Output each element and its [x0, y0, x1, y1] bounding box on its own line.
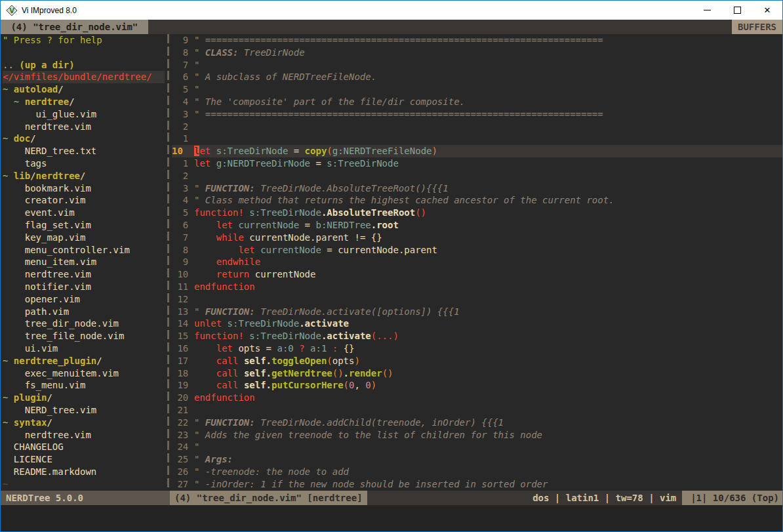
- code-line[interactable]: 27 " -inOrder: 1 if the new node should …: [172, 478, 782, 491]
- code-line[interactable]: 4 " Class method that returns the highes…: [172, 194, 782, 207]
- line-number: 14: [172, 317, 194, 330]
- syntax-segment: ,: [354, 380, 365, 390]
- tree-item[interactable]: key_map.vim: [3, 232, 165, 244]
- syntax-segment: ): [354, 356, 359, 366]
- minimize-button[interactable]: [692, 1, 722, 20]
- tree-item[interactable]: NERD_tree.txt: [3, 145, 165, 157]
- tree-item[interactable]: tree_dir_node.vim: [3, 317, 165, 330]
- syntax-segment: TreeDirNode.addChild(treenode, inOrder) …: [255, 417, 504, 428]
- command-line[interactable]: [1, 505, 782, 531]
- code-line[interactable]: 14 unlet s:TreeDirNode.activate: [172, 317, 782, 330]
- tree-item[interactable]: nerdtree.vim: [3, 429, 165, 441]
- statusline-position: |1| 10/636 (Top): [682, 491, 782, 505]
- tree-item[interactable]: nerdtree.vim: [3, 268, 165, 281]
- tree-item[interactable]: creator.vim: [3, 194, 165, 207]
- tree-item[interactable]: ui_glue.vim: [3, 108, 165, 121]
- code-line[interactable]: 3 " ====================================…: [172, 108, 782, 121]
- syntax-segment: [3, 96, 14, 107]
- tree-item[interactable]: ui.vim: [3, 342, 165, 355]
- code-line[interactable]: 8 let currentNode = currentNode.parent: [172, 244, 782, 256]
- window-separator[interactable]: [165, 34, 172, 491]
- syntax-segment: [238, 356, 243, 366]
- code-line[interactable]: 20 endfunction: [172, 392, 782, 404]
- syntax-segment: .root: [371, 220, 399, 230]
- tree-item[interactable]: ~ lib/nerdtree/: [3, 170, 165, 182]
- code-line[interactable]: 8 " CLASS: TreeDirNode: [172, 47, 782, 59]
- tree-item[interactable]: README.markdown: [3, 466, 165, 478]
- tree-item[interactable]: ~ plugin/: [3, 392, 165, 404]
- tree-item[interactable]: CHANGELOG: [3, 441, 165, 453]
- line-number: 27: [172, 478, 194, 491]
- code-line[interactable]: 16 let opts = a:0 ? a:1 : {}: [172, 342, 782, 355]
- tree-item[interactable]: ~ nerdtree_plugin/: [3, 355, 165, 367]
- code-line[interactable]: 10 return currentNode: [172, 268, 782, 281]
- code-line[interactable]: 25 " Args:: [172, 453, 782, 466]
- line-number: 12: [172, 293, 194, 306]
- tree-item[interactable]: ~ doc/: [3, 133, 165, 145]
- syntax-segment: FUNCTION:: [205, 183, 255, 194]
- tree-item[interactable]: path.vim: [3, 306, 165, 318]
- code-line[interactable]: 5 function! s:TreeDirNode.AbsoluteTreeRo…: [172, 207, 782, 219]
- syntax-segment: " ======================================…: [194, 35, 603, 45]
- code-line[interactable]: 5 ": [172, 83, 782, 96]
- code-line[interactable]: 26 " -treenode: the node to add: [172, 466, 782, 478]
- syntax-segment: nerdtree: [25, 96, 69, 107]
- code-line[interactable]: 24 ": [172, 441, 782, 453]
- tree-item[interactable]: flag_set.vim: [3, 219, 165, 232]
- tree-item[interactable]: notifier.vim: [3, 281, 165, 293]
- tree-item[interactable]: tags: [3, 157, 165, 170]
- syntax-segment: /: [47, 392, 52, 403]
- tree-item[interactable]: fs_menu.vim: [3, 379, 165, 392]
- code-line[interactable]: 19 call self.putCursorHere(0, 0): [172, 379, 782, 392]
- tree-item[interactable]: menu_controller.vim: [3, 244, 165, 256]
- maximize-button[interactable]: [722, 1, 752, 20]
- code-line[interactable]: 6 " A subclass of NERDTreeFileNode.: [172, 71, 782, 83]
- code-line[interactable]: 17 call self.toggleOpen(opts): [172, 355, 782, 367]
- tree-item[interactable]: .. (up a dir): [3, 59, 165, 72]
- code-line[interactable]: 9 " ====================================…: [172, 34, 782, 47]
- code-line[interactable]: 1: [172, 133, 782, 145]
- tree-item[interactable]: [3, 47, 165, 59]
- code-line[interactable]: 11 endfunction: [172, 281, 782, 293]
- tree-item[interactable]: LICENCE: [3, 453, 165, 466]
- code-line[interactable]: 2: [172, 170, 782, 182]
- syntax-segment: README.markdown: [3, 466, 96, 477]
- code-line[interactable]: 15 function! s:TreeDirNode.activate(...): [172, 330, 782, 342]
- code-line[interactable]: 6 let currentNode = b:NERDTree.root: [172, 219, 782, 232]
- code-line[interactable]: 3 " FUNCTION: TreeDirNode.AbsoluteTreeRo…: [172, 182, 782, 195]
- tree-item[interactable]: " Press ? for help: [3, 34, 165, 47]
- code-line[interactable]: 7 ": [172, 59, 782, 72]
- tree-item[interactable]: opener.vim: [3, 293, 165, 306]
- code-line[interactable]: 21: [172, 404, 782, 417]
- tree-item[interactable]: exec_menuitem.vim: [3, 367, 165, 380]
- vim-icon: V: [7, 5, 17, 16]
- code-line[interactable]: 7 while currentNode.parent != {}: [172, 232, 782, 244]
- code-line[interactable]: 1 let g:NERDTreeDirNode = s:TreeDirNode: [172, 157, 782, 170]
- tree-item[interactable]: NERD_tree.vim: [3, 404, 165, 417]
- tree-item[interactable]: ~ autoload/: [3, 83, 165, 96]
- tree-item[interactable]: event.vim: [3, 207, 165, 219]
- code-line[interactable]: 18 call self.getNerdtree().render(): [172, 367, 782, 380]
- syntax-segment: :: [327, 343, 343, 354]
- syntax-segment: /: [80, 171, 85, 181]
- tree-item[interactable]: </vimfiles/bundle/nerdtree/: [3, 71, 165, 83]
- tab-tree-dir-node[interactable]: (4) "tree_dir_node.vim": [1, 20, 148, 34]
- tree-item[interactable]: tree_file_node.vim: [3, 330, 165, 342]
- tree-item[interactable]: ~ nerdtree/: [3, 96, 165, 108]
- code-line[interactable]: 10 let s:TreeDirNode = copy(g:NERDTreeFi…: [172, 145, 782, 157]
- tree-item[interactable]: ~: [3, 478, 165, 491]
- line-number: 6: [172, 71, 194, 83]
- tree-item[interactable]: ~ syntax/: [3, 417, 165, 429]
- code-line[interactable]: 9 endwhile: [172, 256, 782, 268]
- code-line[interactable]: 12: [172, 293, 782, 306]
- tree-item[interactable]: menu_item.vim: [3, 256, 165, 268]
- tree-item[interactable]: bookmark.vim: [3, 182, 165, 195]
- code-line[interactable]: 2: [172, 121, 782, 133]
- separator-line: [167, 34, 169, 491]
- code-line[interactable]: 13 " FUNCTION: TreeDirNode.activate([opt…: [172, 306, 782, 318]
- tree-item[interactable]: nerdtree.vim: [3, 121, 165, 133]
- code-line[interactable]: 23 " Adds the given treenode to the list…: [172, 429, 782, 441]
- close-button[interactable]: ✕: [752, 1, 782, 20]
- code-line[interactable]: 22 " FUNCTION: TreeDirNode.addChild(tree…: [172, 417, 782, 429]
- code-line[interactable]: 4 " The 'composite' part of the file/dir…: [172, 96, 782, 108]
